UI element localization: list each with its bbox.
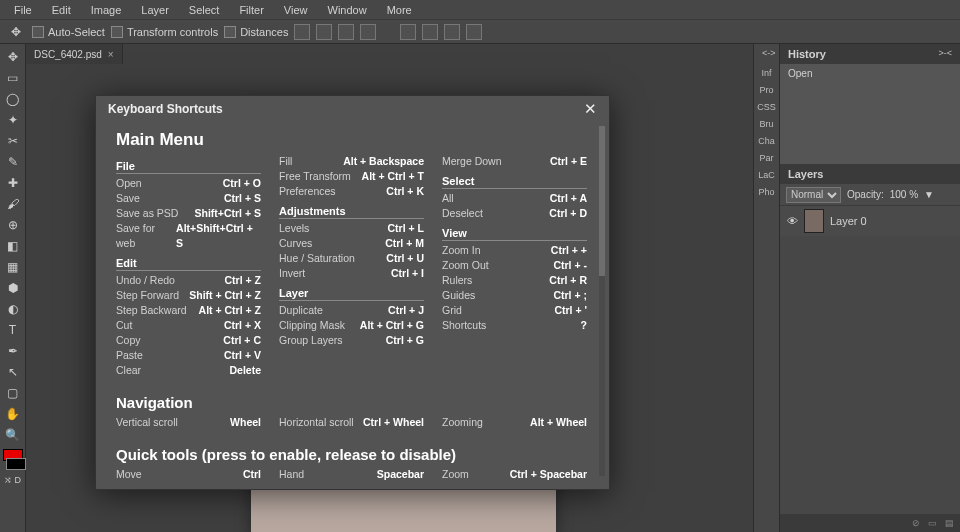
- shortcut-row: ZoomingAlt + Wheel: [442, 415, 587, 430]
- panel-tab[interactable]: Bru: [759, 119, 773, 129]
- shortcut-row: MoveCtrl: [116, 467, 261, 482]
- shortcut-label: Clipping Mask: [279, 318, 345, 333]
- panel-tab[interactable]: Pro: [759, 85, 773, 95]
- stamp-tool-icon[interactable]: ⊕: [3, 216, 23, 234]
- menu-file[interactable]: File: [4, 4, 42, 16]
- visibility-icon[interactable]: 👁: [786, 215, 798, 227]
- shortcut-label: Free Transform: [279, 169, 351, 184]
- distribute-icon[interactable]: [422, 24, 438, 40]
- distribute-icon[interactable]: [444, 24, 460, 40]
- history-panel-header[interactable]: History: [780, 44, 960, 64]
- shortcut-label: Zoom Out: [442, 258, 489, 273]
- type-tool-icon[interactable]: T: [3, 321, 23, 339]
- shortcut-row: Hue / SaturationCtrl + U: [279, 251, 424, 266]
- dialog-scrollbar[interactable]: [599, 126, 605, 476]
- shortcut-label: Rulers: [442, 273, 472, 288]
- menu-layer[interactable]: Layer: [131, 4, 179, 16]
- shortcut-label: Preferences: [279, 184, 336, 199]
- eyedropper-tool-icon[interactable]: ✎: [3, 153, 23, 171]
- pen-tool-icon[interactable]: ✒: [3, 342, 23, 360]
- section-heading: Navigation: [116, 394, 589, 411]
- shortcut-row: InvertCtrl + I: [279, 266, 424, 281]
- distribute-icon[interactable]: [466, 24, 482, 40]
- shortcut-row: CutCtrl + X: [116, 318, 261, 333]
- opacity-dropdown-icon[interactable]: ▼: [924, 189, 934, 200]
- menu-image[interactable]: Image: [81, 4, 132, 16]
- menu-window[interactable]: Window: [318, 4, 377, 16]
- marquee-tool-icon[interactable]: ▭: [3, 69, 23, 87]
- auto-select-checkbox[interactable]: Auto-Select: [32, 26, 105, 38]
- move-tool-icon[interactable]: ✥: [3, 48, 23, 66]
- menu-view[interactable]: View: [274, 4, 318, 16]
- transform-controls-checkbox[interactable]: Transform controls: [111, 26, 218, 38]
- shortcut-key: Ctrl + M: [385, 236, 424, 251]
- menu-filter[interactable]: Filter: [229, 4, 273, 16]
- shortcut-key: Ctrl + E: [550, 154, 587, 169]
- shortcut-key: Ctrl + X: [224, 318, 261, 333]
- shortcut-row: HandSpacebar: [279, 467, 424, 482]
- shortcut-key: Ctrl + A: [550, 191, 587, 206]
- shortcut-row: RulersCtrl + R: [442, 273, 587, 288]
- layers-panel-header[interactable]: Layers: [780, 164, 960, 184]
- shortcut-key: Ctrl + K: [386, 184, 424, 199]
- collapse-icon[interactable]: >-<: [938, 48, 952, 58]
- shortcut-col: Merge DownCtrl + E Select AllCtrl + ADes…: [442, 154, 587, 378]
- blur-tool-icon[interactable]: ⬢: [3, 279, 23, 297]
- distribute-icon[interactable]: [400, 24, 416, 40]
- gradient-tool-icon[interactable]: ▦: [3, 258, 23, 276]
- dodge-tool-icon[interactable]: ◐: [3, 300, 23, 318]
- shortcut-row: Clipping MaskAlt + Ctrl + G: [279, 318, 424, 333]
- tools-panel: ✥ ▭ ◯ ✦ ✂ ✎ ✚ 🖌 ⊕ ◧ ▦ ⬢ ◐ T ✒ ↖ ▢ ✋ 🔍 ⤭ …: [0, 44, 26, 532]
- panel-tab[interactable]: Par: [759, 153, 773, 163]
- align-icon[interactable]: [316, 24, 332, 40]
- wand-tool-icon[interactable]: ✦: [3, 111, 23, 129]
- layer-name[interactable]: Layer 0: [830, 215, 867, 227]
- section-heading: Quick tools (press to enable, release to…: [116, 446, 589, 463]
- menu-more[interactable]: More: [377, 4, 422, 16]
- shortcut-label: Cut: [116, 318, 132, 333]
- panel-tab[interactable]: Pho: [758, 187, 774, 197]
- shortcut-key: Alt + Ctrl + T: [362, 169, 424, 184]
- layer-row[interactable]: 👁 Layer 0: [780, 206, 960, 236]
- align-icon[interactable]: [360, 24, 376, 40]
- tab-close-icon[interactable]: ×: [108, 49, 114, 60]
- tab-label: DSC_6402.psd: [34, 49, 102, 60]
- opacity-value[interactable]: 100 %: [890, 189, 918, 200]
- expand-icon[interactable]: <->: [762, 48, 776, 58]
- shortcut-label: Zooming: [442, 415, 483, 430]
- shortcut-label: Levels: [279, 221, 309, 236]
- document-tab[interactable]: DSC_6402.psd ×: [26, 44, 123, 64]
- align-icon[interactable]: [338, 24, 354, 40]
- status-icon: ⊘: [912, 518, 920, 528]
- align-icon[interactable]: [294, 24, 310, 40]
- crop-tool-icon[interactable]: ✂: [3, 132, 23, 150]
- hand-tool-icon[interactable]: ✋: [3, 405, 23, 423]
- path-tool-icon[interactable]: ↖: [3, 363, 23, 381]
- eraser-tool-icon[interactable]: ◧: [3, 237, 23, 255]
- shortcut-label: Vertical scroll: [116, 415, 178, 430]
- swap-colors-icon[interactable]: ⤭ D: [4, 475, 21, 485]
- shortcut-row: Zoom InCtrl + +: [442, 243, 587, 258]
- zoom-tool-icon[interactable]: 🔍: [3, 426, 23, 444]
- blend-mode-select[interactable]: Normal: [786, 187, 841, 203]
- menu-edit[interactable]: Edit: [42, 4, 81, 16]
- lasso-tool-icon[interactable]: ◯: [3, 90, 23, 108]
- panel-tab[interactable]: CSS: [757, 102, 776, 112]
- brush-tool-icon[interactable]: 🖌: [3, 195, 23, 213]
- shortcut-row: PasteCtrl + V: [116, 348, 261, 363]
- shortcut-row: ZoomCtrl + Spacebar: [442, 467, 587, 482]
- menu-select[interactable]: Select: [179, 4, 230, 16]
- shortcut-row: Vertical scrollWheel: [116, 415, 261, 430]
- distances-checkbox[interactable]: Distances: [224, 26, 288, 38]
- heal-tool-icon[interactable]: ✚: [3, 174, 23, 192]
- layer-thumbnail[interactable]: [804, 209, 824, 233]
- panel-tab[interactable]: LaC: [758, 170, 775, 180]
- panel-tab[interactable]: Inf: [761, 68, 771, 78]
- shape-tool-icon[interactable]: ▢: [3, 384, 23, 402]
- shortcut-key: Ctrl + ': [554, 303, 587, 318]
- shortcut-label: Step Forward: [116, 288, 179, 303]
- panel-tab[interactable]: Cha: [758, 136, 775, 146]
- dialog-close-icon[interactable]: ✕: [584, 100, 597, 118]
- history-item[interactable]: Open: [788, 68, 952, 79]
- bg-color-swatch[interactable]: [6, 458, 26, 470]
